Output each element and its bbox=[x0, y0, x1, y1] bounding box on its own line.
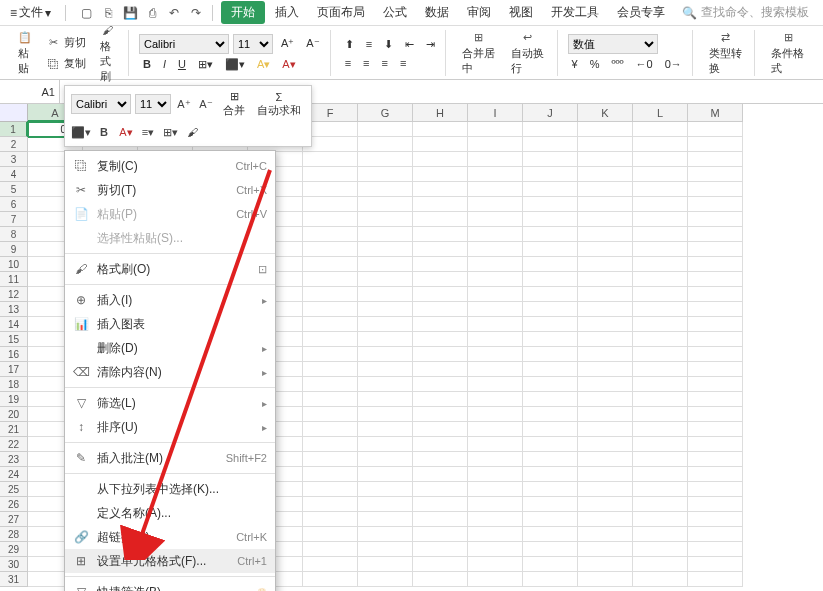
cell[interactable] bbox=[303, 257, 358, 272]
cell[interactable] bbox=[688, 242, 743, 257]
column-header[interactable]: M bbox=[688, 104, 743, 122]
cell[interactable] bbox=[578, 377, 633, 392]
cell[interactable] bbox=[633, 467, 688, 482]
cell[interactable] bbox=[633, 392, 688, 407]
cell[interactable] bbox=[358, 227, 413, 242]
cell[interactable] bbox=[578, 287, 633, 302]
cell[interactable] bbox=[413, 572, 468, 587]
tab-view[interactable]: 视图 bbox=[501, 2, 541, 23]
cell[interactable] bbox=[578, 212, 633, 227]
mini-align[interactable]: ≡▾ bbox=[139, 122, 157, 142]
row-header[interactable]: 8 bbox=[0, 227, 28, 242]
cell[interactable] bbox=[468, 197, 523, 212]
cm-cut[interactable]: ✂剪切(T)Ctrl+X bbox=[65, 178, 275, 202]
cell[interactable] bbox=[578, 152, 633, 167]
cell[interactable] bbox=[688, 467, 743, 482]
underline-button[interactable]: U bbox=[174, 56, 190, 72]
cell[interactable] bbox=[358, 377, 413, 392]
cell[interactable] bbox=[633, 152, 688, 167]
align-left-button[interactable]: ≡ bbox=[341, 55, 355, 71]
cell[interactable] bbox=[468, 227, 523, 242]
cm-insert[interactable]: ⊕插入(I)▸ bbox=[65, 288, 275, 312]
cell[interactable] bbox=[688, 527, 743, 542]
cell[interactable] bbox=[688, 437, 743, 452]
cell[interactable] bbox=[633, 332, 688, 347]
cell[interactable] bbox=[523, 242, 578, 257]
cell[interactable] bbox=[358, 407, 413, 422]
cell[interactable] bbox=[303, 407, 358, 422]
row-header[interactable]: 13 bbox=[0, 302, 28, 317]
cell[interactable] bbox=[303, 182, 358, 197]
cell[interactable] bbox=[688, 152, 743, 167]
cell[interactable] bbox=[468, 332, 523, 347]
mini-font-name[interactable]: Calibri bbox=[71, 94, 131, 114]
number-format-select[interactable]: 数值 bbox=[568, 34, 658, 54]
cell[interactable] bbox=[358, 242, 413, 257]
cell[interactable] bbox=[523, 527, 578, 542]
cell[interactable] bbox=[468, 152, 523, 167]
row-header[interactable]: 14 bbox=[0, 317, 28, 332]
tab-review[interactable]: 审阅 bbox=[459, 2, 499, 23]
cell[interactable] bbox=[468, 182, 523, 197]
cell[interactable] bbox=[468, 302, 523, 317]
cell[interactable] bbox=[523, 437, 578, 452]
cell[interactable] bbox=[523, 182, 578, 197]
cell[interactable] bbox=[688, 497, 743, 512]
cell[interactable] bbox=[358, 557, 413, 572]
mini-dec-font[interactable]: A⁻ bbox=[197, 94, 215, 114]
cell[interactable] bbox=[358, 422, 413, 437]
cell[interactable] bbox=[303, 557, 358, 572]
cell[interactable] bbox=[523, 377, 578, 392]
cell[interactable] bbox=[413, 482, 468, 497]
cell[interactable] bbox=[578, 557, 633, 572]
cell[interactable] bbox=[358, 317, 413, 332]
tab-member[interactable]: 会员专享 bbox=[609, 2, 673, 23]
cell[interactable] bbox=[413, 377, 468, 392]
cell[interactable] bbox=[303, 482, 358, 497]
cell[interactable] bbox=[633, 437, 688, 452]
font-name-select[interactable]: Calibri bbox=[139, 34, 229, 54]
row-header[interactable]: 27 bbox=[0, 512, 28, 527]
indent-left-button[interactable]: ⇤ bbox=[401, 36, 418, 53]
cell[interactable] bbox=[358, 347, 413, 362]
cell[interactable] bbox=[303, 332, 358, 347]
cell[interactable] bbox=[468, 407, 523, 422]
cm-delete[interactable]: 删除(D)▸ bbox=[65, 336, 275, 360]
cell[interactable] bbox=[358, 527, 413, 542]
cell[interactable] bbox=[633, 347, 688, 362]
bold-button[interactable]: B bbox=[139, 56, 155, 72]
cell[interactable] bbox=[358, 152, 413, 167]
cell[interactable] bbox=[413, 437, 468, 452]
cm-hyperlink[interactable]: 🔗超链接(H)...Ctrl+K bbox=[65, 525, 275, 549]
cell[interactable] bbox=[468, 467, 523, 482]
cell[interactable] bbox=[468, 272, 523, 287]
row-header[interactable]: 31 bbox=[0, 572, 28, 587]
comma-button[interactable]: ººº bbox=[607, 56, 627, 72]
cell[interactable] bbox=[303, 167, 358, 182]
cell[interactable] bbox=[468, 212, 523, 227]
cell[interactable] bbox=[468, 287, 523, 302]
cell[interactable] bbox=[303, 467, 358, 482]
cell[interactable] bbox=[303, 152, 358, 167]
font-color-button[interactable]: A▾ bbox=[278, 56, 299, 73]
cell[interactable] bbox=[413, 422, 468, 437]
cell[interactable] bbox=[688, 557, 743, 572]
cm-format-cells[interactable]: ⊞设置单元格格式(F)...Ctrl+1 bbox=[65, 549, 275, 573]
align-top-button[interactable]: ⬆ bbox=[341, 36, 358, 53]
cell[interactable] bbox=[633, 482, 688, 497]
cond-format-button[interactable]: ⊞条件格式 bbox=[765, 28, 811, 78]
cell[interactable] bbox=[468, 572, 523, 587]
cell[interactable] bbox=[303, 212, 358, 227]
select-all-corner[interactable] bbox=[0, 104, 28, 122]
row-header[interactable]: 11 bbox=[0, 272, 28, 287]
cell[interactable] bbox=[303, 512, 358, 527]
cell[interactable] bbox=[413, 392, 468, 407]
column-header[interactable]: K bbox=[578, 104, 633, 122]
cell[interactable] bbox=[523, 272, 578, 287]
align-bot-button[interactable]: ⬇ bbox=[380, 36, 397, 53]
cell[interactable] bbox=[633, 317, 688, 332]
cell[interactable] bbox=[303, 392, 358, 407]
cell[interactable] bbox=[413, 257, 468, 272]
cell[interactable] bbox=[413, 242, 468, 257]
cell[interactable] bbox=[358, 572, 413, 587]
